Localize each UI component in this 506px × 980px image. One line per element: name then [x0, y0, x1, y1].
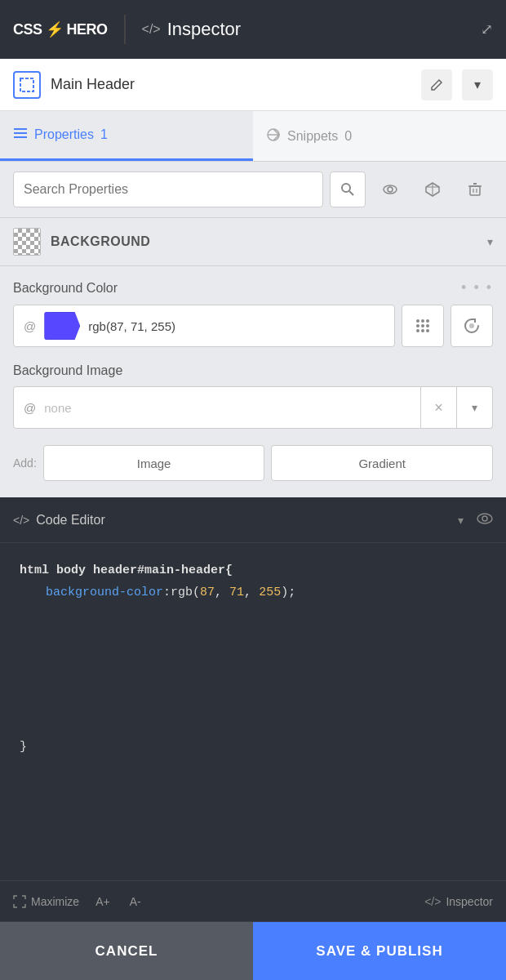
- tab-properties[interactable]: Properties 1: [0, 111, 253, 161]
- search-input[interactable]: [24, 182, 313, 197]
- code-editor-title-icon: </>: [13, 514, 29, 527]
- element-row: Main Header ▾: [0, 59, 506, 111]
- snippets-tab-icon: [266, 127, 281, 145]
- maximize-label: Maximize: [31, 895, 79, 908]
- logo-flash-icon: ⚡: [46, 20, 64, 38]
- background-color-label: Background Color: [13, 281, 118, 296]
- eye-toggle-button[interactable]: [372, 172, 408, 207]
- footer-inspector-label: Inspector: [446, 895, 493, 908]
- color-field[interactable]: @ rgb(87, 71, 255): [13, 305, 395, 347]
- background-image-label: Background Image: [13, 363, 122, 378]
- properties-tab-icon: [13, 126, 28, 144]
- logo-text: CSS: [13, 21, 42, 38]
- svg-point-19: [416, 324, 419, 327]
- background-image-input-row: @ none × ▾: [13, 386, 493, 429]
- logo-suffix: HERO: [67, 21, 108, 38]
- code-closing-brace: }: [20, 740, 27, 754]
- element-dropdown-icon: ▾: [474, 77, 481, 92]
- top-panel: CSS ⚡ HERO </> Inspector ⤢ Main Header ▾: [0, 0, 506, 497]
- search-input-wrapper: [13, 172, 323, 207]
- code-property-line: background-color:rgb(87, 71, 255);: [20, 581, 486, 604]
- expand-icon[interactable]: ⤢: [481, 20, 493, 38]
- code-property-name: background-color: [46, 586, 163, 599]
- add-gradient-button[interactable]: Gradient: [271, 445, 493, 481]
- svg-point-8: [388, 187, 393, 192]
- svg-line-6: [349, 191, 353, 195]
- header-title-area: </> Inspector: [142, 19, 242, 40]
- background-color-more-icon[interactable]: • • •: [461, 279, 493, 296]
- snippets-tab-label: Snippets: [287, 129, 338, 144]
- code-editor-title: Code Editor: [36, 513, 451, 528]
- element-selector-icon: [13, 71, 41, 99]
- color-swatch[interactable]: [44, 312, 80, 340]
- header-bar: CSS ⚡ HERO </> Inspector ⤢: [0, 0, 506, 59]
- bg-image-dropdown-button[interactable]: ▾: [457, 386, 493, 429]
- element-edit-button[interactable]: [421, 69, 452, 100]
- svg-point-25: [469, 323, 474, 328]
- svg-point-5: [342, 184, 350, 192]
- font-increase-button[interactable]: A+: [92, 895, 113, 908]
- code-editor-section: </> Code Editor ▾ html body header#main-…: [0, 497, 506, 921]
- cube-button[interactable]: [415, 172, 451, 207]
- svg-point-21: [426, 324, 429, 327]
- code-g-value: 71: [229, 586, 244, 599]
- background-section-title: BACKGROUND: [51, 234, 477, 249]
- save-publish-button[interactable]: SAVE & PUBLISH: [253, 922, 506, 980]
- svg-rect-3: [14, 136, 27, 138]
- code-r-value: 87: [200, 586, 215, 599]
- color-input-row: @ rgb(87, 71, 255): [13, 305, 493, 347]
- add-row: Add: Image Gradient: [13, 439, 493, 484]
- footer-inspector-icon: </>: [424, 895, 441, 908]
- color-value: rgb(87, 71, 255): [88, 319, 175, 333]
- code-editor-header: </> Code Editor ▾: [0, 497, 506, 543]
- code-editor-eye-icon[interactable]: [477, 512, 493, 528]
- code-selector-line: html body header#main-header{: [20, 564, 233, 577]
- snippets-tab-count: 0: [344, 129, 352, 144]
- code-body[interactable]: html body header#main-header{ background…: [0, 543, 506, 880]
- background-section-dropdown-icon[interactable]: ▾: [487, 235, 493, 248]
- color-spin-button[interactable]: [451, 305, 493, 347]
- tabs-row: Properties 1 Snippets 0: [0, 111, 506, 162]
- background-color-label-row: Background Color • • •: [13, 279, 493, 296]
- maximize-button[interactable]: Maximize: [13, 895, 79, 908]
- bg-image-value: none: [44, 401, 71, 415]
- code-editor-dropdown-icon[interactable]: ▾: [458, 514, 464, 527]
- svg-rect-0: [20, 78, 33, 91]
- add-label: Add:: [13, 457, 37, 470]
- background-image-field[interactable]: @ none: [13, 386, 421, 429]
- properties-tab-count: 1: [100, 127, 108, 142]
- code-brackets-icon: </>: [142, 22, 161, 37]
- svg-point-27: [482, 516, 487, 521]
- code-editor-footer: Maximize A+ A- </> Inspector: [0, 880, 506, 921]
- code-colon: :: [163, 586, 171, 599]
- font-decrease-button[interactable]: A-: [126, 895, 144, 908]
- trash-button[interactable]: [457, 172, 493, 207]
- background-image-label-row: Background Image: [13, 363, 493, 378]
- bottom-buttons: CANCEL SAVE & PUBLISH: [0, 921, 506, 980]
- header-divider: [124, 15, 126, 44]
- background-section-icon: [13, 228, 41, 256]
- tab-snippets[interactable]: Snippets 0: [253, 111, 506, 161]
- inspector-title: Inspector: [167, 19, 242, 40]
- search-row: [0, 162, 506, 218]
- element-dropdown-button[interactable]: ▾: [462, 69, 493, 100]
- svg-point-26: [477, 514, 492, 523]
- svg-point-20: [421, 324, 424, 327]
- svg-point-22: [416, 329, 419, 332]
- svg-point-23: [421, 329, 424, 332]
- add-image-button[interactable]: Image: [43, 445, 265, 481]
- bg-image-clear-button[interactable]: ×: [421, 386, 457, 429]
- code-func: rgb(: [171, 586, 200, 599]
- search-button[interactable]: [330, 172, 366, 207]
- cancel-button[interactable]: CANCEL: [0, 922, 253, 980]
- code-b-value: 255: [259, 586, 281, 599]
- properties-tab-label: Properties: [34, 127, 94, 142]
- code-close-paren: );: [281, 586, 295, 599]
- color-at-symbol: @: [24, 319, 36, 333]
- color-grid-button[interactable]: [402, 305, 444, 347]
- svg-point-24: [426, 329, 429, 332]
- code-comma2: ,: [244, 586, 259, 599]
- footer-inspector-button[interactable]: </> Inspector: [424, 895, 493, 908]
- svg-point-16: [416, 319, 419, 323]
- svg-point-18: [426, 319, 429, 323]
